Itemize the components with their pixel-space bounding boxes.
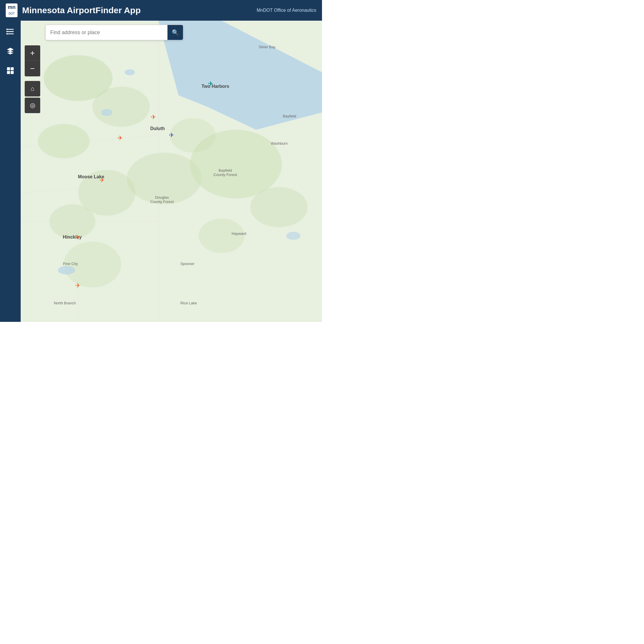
search-input[interactable] xyxy=(46,30,167,36)
search-button[interactable]: 🔍 xyxy=(167,25,183,40)
svg-point-24 xyxy=(286,232,300,240)
sidebar-item-grid[interactable] xyxy=(4,64,17,77)
svg-rect-6 xyxy=(7,67,10,70)
search-bar[interactable]: 🔍 xyxy=(45,25,183,40)
office-name: MnDOT Office of Aeronautics xyxy=(257,8,316,13)
sidebar-item-layers[interactable] xyxy=(4,45,17,57)
svg-point-22 xyxy=(101,109,113,116)
airport-moose-lake[interactable]: ✈ xyxy=(99,177,105,184)
svg-point-19 xyxy=(250,187,307,227)
airport-pine-city[interactable]: ✈ xyxy=(75,282,80,289)
svg-point-3 xyxy=(6,29,8,30)
svg-rect-9 xyxy=(11,71,13,74)
map-svg xyxy=(21,21,322,322)
airport-duluth-main[interactable]: ✈ xyxy=(169,131,174,139)
map-controls: ⌂ ◎ xyxy=(25,81,40,113)
logo: mn DOT xyxy=(6,3,18,17)
app-header: mn DOT Minnesota AirportFinder App MnDOT… xyxy=(0,0,322,21)
airport-west[interactable]: ✈ xyxy=(117,134,123,142)
svg-rect-2 xyxy=(7,33,13,34)
svg-point-4 xyxy=(6,31,8,32)
airport-duluth-west[interactable]: ✈ xyxy=(151,113,156,121)
menu-icon xyxy=(6,28,14,36)
app-title: Minnesota AirportFinder App xyxy=(22,5,257,15)
sidebar-item-menu[interactable] xyxy=(4,25,17,38)
zoom-in-button[interactable]: + xyxy=(25,45,40,61)
zoom-out-button[interactable]: − xyxy=(25,61,40,76)
home-icon: ⌂ xyxy=(30,85,34,92)
svg-point-15 xyxy=(170,118,216,153)
svg-point-18 xyxy=(64,241,121,287)
zoom-controls: + − xyxy=(25,45,40,76)
search-icon: 🔍 xyxy=(172,29,179,36)
airport-hinckley[interactable]: ✈ xyxy=(75,234,80,241)
layers-icon xyxy=(6,47,14,55)
svg-point-21 xyxy=(58,266,75,274)
svg-point-5 xyxy=(6,33,8,35)
svg-rect-8 xyxy=(7,71,10,74)
logo-box: mn DOT xyxy=(6,3,18,17)
airport-two-harbors[interactable]: ✈ xyxy=(208,80,213,88)
location-button[interactable]: ◎ xyxy=(25,98,40,113)
svg-point-23 xyxy=(125,69,135,75)
svg-rect-1 xyxy=(7,31,13,32)
svg-rect-0 xyxy=(7,29,13,30)
home-button[interactable]: ⌂ xyxy=(25,81,40,96)
svg-point-20 xyxy=(198,218,244,253)
svg-point-11 xyxy=(92,87,150,127)
svg-rect-7 xyxy=(11,67,13,70)
svg-point-12 xyxy=(38,124,90,158)
location-icon: ◎ xyxy=(30,102,35,109)
main-content: 🔍 + − ⌂ ◎ Silver Bay Two Harbors Bayfiel… xyxy=(0,21,322,322)
grid-icon xyxy=(6,67,14,75)
map-container[interactable]: 🔍 + − ⌂ ◎ Silver Bay Two Harbors Bayfiel… xyxy=(21,21,322,322)
logo-dot: DOT xyxy=(9,12,15,15)
logo-mn: mn xyxy=(8,4,16,10)
sidebar xyxy=(0,21,21,322)
